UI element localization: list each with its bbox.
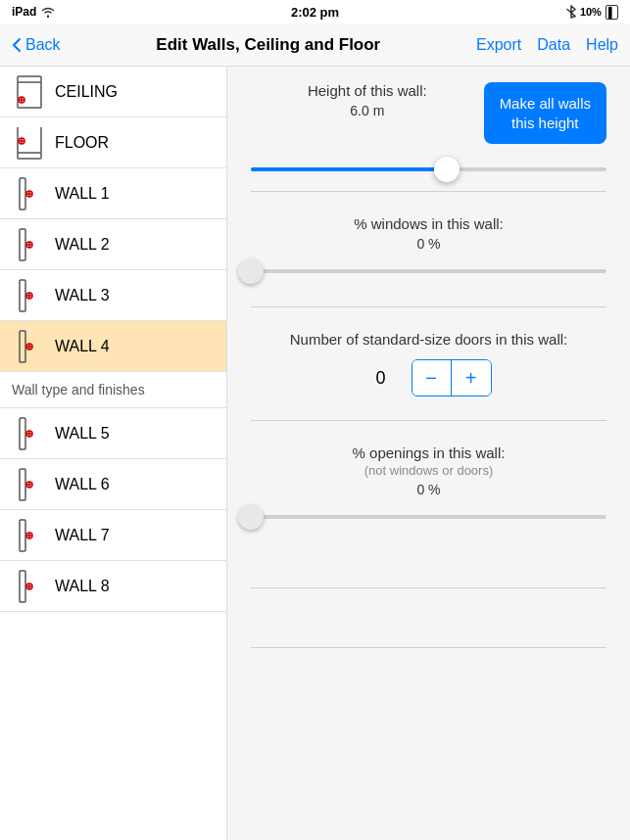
wall3-icon xyxy=(12,274,47,317)
doors-increment-button[interactable]: + xyxy=(452,360,491,396)
wall7-label: WALL 7 xyxy=(55,527,110,544)
wall5-label: WALL 5 xyxy=(55,425,110,443)
divider-2 xyxy=(251,306,606,307)
sidebar-item-wall7[interactable]: WALL 7 xyxy=(0,510,226,561)
wifi-icon xyxy=(40,6,56,18)
doors-decrement-button[interactable]: − xyxy=(412,360,452,396)
wall8-icon xyxy=(12,565,47,608)
height-value: 6.0 m xyxy=(251,103,484,118)
floor-label: FLOOR xyxy=(55,134,109,152)
device-label: iPad xyxy=(12,5,36,19)
svg-rect-17 xyxy=(20,229,25,260)
svg-rect-13 xyxy=(20,178,25,210)
openings-value: 0 % xyxy=(251,482,606,497)
wall7-icon xyxy=(12,514,47,557)
height-slider-container xyxy=(251,167,606,171)
height-label: Height of this wall: xyxy=(251,82,484,99)
height-slider-track xyxy=(251,167,606,171)
wall-type-section[interactable]: Wall type and finishes xyxy=(0,372,226,408)
divider-1 xyxy=(251,191,606,192)
divider-5 xyxy=(251,647,606,648)
make-all-walls-line2: this height xyxy=(511,115,578,131)
nav-bar: Back Edit Walls, Ceiling and Floor Expor… xyxy=(0,23,630,67)
sidebar-item-wall3[interactable]: WALL 3 xyxy=(0,270,226,321)
wall4-icon xyxy=(12,325,47,368)
back-label: Back xyxy=(25,36,61,54)
wall-type-label: Wall type and finishes xyxy=(12,382,145,397)
openings-label: % openings in this wall: xyxy=(251,444,606,461)
svg-rect-21 xyxy=(20,280,25,311)
main-layout: CEILING FLOOR xyxy=(0,67,630,840)
openings-section: % openings in this wall: (not windows or… xyxy=(251,444,606,529)
windows-section: % windows in this wall: 0 % xyxy=(251,215,606,283)
svg-rect-33 xyxy=(20,469,25,500)
openings-sublabel: (not windows or doors) xyxy=(251,463,606,478)
sidebar-item-wall5[interactable]: WALL 5 xyxy=(0,408,226,459)
height-section: Height of this wall: 6.0 m xyxy=(251,82,484,126)
make-all-walls-button[interactable]: Make all walls this height xyxy=(484,82,606,144)
wall2-label: WALL 2 xyxy=(55,236,110,254)
openings-slider-thumb[interactable] xyxy=(238,504,264,530)
svg-rect-9 xyxy=(18,153,41,159)
chevron-left-icon xyxy=(12,37,22,53)
wall8-label: WALL 8 xyxy=(55,578,110,595)
ceiling-icon xyxy=(12,70,47,114)
wall3-label: WALL 3 xyxy=(55,287,110,304)
divider-3 xyxy=(251,420,606,421)
doors-controls: 0 − + xyxy=(251,359,606,397)
status-time: 2:02 pm xyxy=(291,5,339,20)
wall1-label: WALL 1 xyxy=(55,185,110,203)
export-button[interactable]: Export xyxy=(476,36,521,54)
svg-rect-29 xyxy=(20,418,25,449)
windows-slider-track xyxy=(251,269,606,273)
openings-slider-container xyxy=(251,505,606,529)
windows-slider-container xyxy=(251,259,606,283)
windows-slider-thumb[interactable] xyxy=(238,258,264,284)
height-slider-thumb[interactable] xyxy=(434,157,460,182)
ceiling-label: CEILING xyxy=(55,83,118,101)
svg-rect-25 xyxy=(20,331,25,362)
doors-count: 0 xyxy=(366,368,396,389)
battery-icon: ▌ xyxy=(606,5,618,20)
windows-label: % windows in this wall: xyxy=(251,215,606,232)
wall2-icon xyxy=(12,223,47,266)
doors-label: Number of standard-size doors in this wa… xyxy=(251,331,606,348)
svg-rect-0 xyxy=(18,76,41,82)
sidebar-item-wall4[interactable]: WALL 4 xyxy=(0,321,226,372)
sidebar-item-wall6[interactable]: WALL 6 xyxy=(0,459,226,510)
status-left: iPad xyxy=(12,5,56,19)
back-button[interactable]: Back xyxy=(12,36,61,54)
bluetooth-icon xyxy=(566,5,576,19)
wall1-icon xyxy=(12,172,47,215)
page-title: Edit Walls, Ceiling and Floor xyxy=(156,35,380,55)
sidebar: CEILING FLOOR xyxy=(0,67,227,840)
make-all-walls-line1: Make all walls xyxy=(500,95,591,112)
status-right: 10% ▌ xyxy=(566,5,618,20)
wall6-label: WALL 6 xyxy=(55,476,110,493)
doors-stepper: − + xyxy=(412,359,492,397)
floor-icon xyxy=(12,121,47,164)
nav-actions: Export Data Help xyxy=(476,36,618,54)
sidebar-item-wall8[interactable]: WALL 8 xyxy=(0,561,226,612)
wall4-label: WALL 4 xyxy=(55,338,110,355)
wall5-icon xyxy=(12,412,47,455)
content-area: Height of this wall: 6.0 m Make all wall… xyxy=(227,67,630,840)
sidebar-item-wall1[interactable]: WALL 1 xyxy=(0,168,226,219)
sidebar-item-ceiling[interactable]: CEILING xyxy=(0,67,226,117)
doors-section: Number of standard-size doors in this wa… xyxy=(251,331,606,397)
svg-rect-37 xyxy=(20,520,25,551)
data-button[interactable]: Data xyxy=(537,36,570,54)
wall6-icon xyxy=(12,463,47,506)
openings-slider-track xyxy=(251,515,606,519)
help-button[interactable]: Help xyxy=(586,36,618,54)
status-bar: iPad 2:02 pm 10% ▌ xyxy=(0,0,630,23)
battery-percent: 10% xyxy=(580,6,602,18)
sidebar-item-wall2[interactable]: WALL 2 xyxy=(0,219,226,270)
svg-rect-41 xyxy=(20,571,25,602)
divider-4 xyxy=(251,587,606,588)
height-slider-fill xyxy=(251,167,447,171)
sidebar-item-floor[interactable]: FLOOR xyxy=(0,117,226,168)
windows-value: 0 % xyxy=(251,236,606,252)
